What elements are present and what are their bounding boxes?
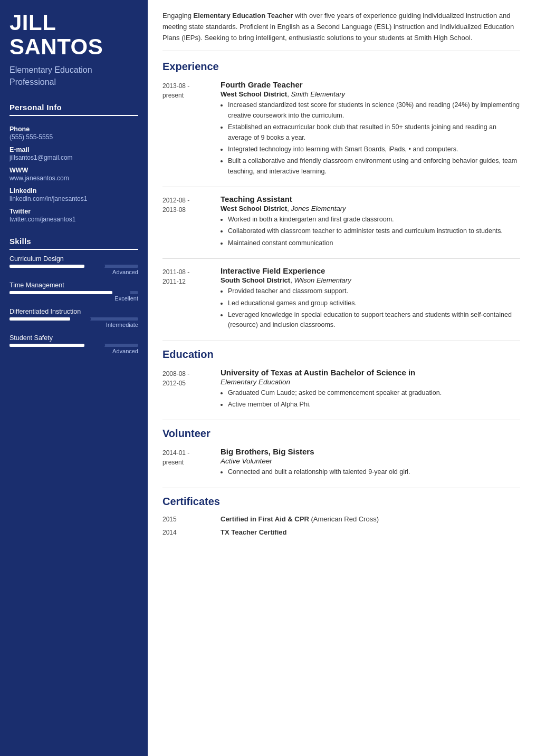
- skill-bar: [9, 317, 138, 321]
- twitter-value: twitter.com/janesantos1: [9, 216, 138, 223]
- skill-item: Student Safety Advanced: [9, 334, 138, 354]
- skill-bar: [9, 344, 138, 347]
- bullet-item: Provided teacher and classroom support.: [228, 286, 520, 296]
- entry-bullets: Worked in both a kindergarten and first …: [221, 215, 520, 248]
- personal-info-title: Personal Info: [9, 100, 138, 116]
- summary-text: Engaging Elementary Education Teacher wi…: [162, 11, 520, 51]
- bullet-item: Connected and built a relationship with …: [228, 467, 520, 477]
- candidate-name: JILL SANTOS: [9, 11, 138, 59]
- linkedin-section: LinkedIn linkedin.com/in/janesantos1: [9, 183, 138, 203]
- entry-bullets: Graduated Cum Laude; asked be commenceme…: [221, 388, 520, 410]
- skill-level: Advanced: [9, 269, 138, 275]
- entry-content: Big Brothers, Big Sisters Active Volunte…: [221, 447, 520, 479]
- entry-title: University of Texas at Austin Bachelor o…: [221, 368, 520, 377]
- certificates-section-title: Certificates: [162, 496, 520, 508]
- skill-bar: [9, 291, 138, 294]
- bullet-item: Graduated Cum Laude; asked be commenceme…: [228, 388, 520, 398]
- entry-content: University of Texas at Austin Bachelor o…: [221, 368, 520, 412]
- resume-container: JILL SANTOS Elementary Education Profess…: [0, 0, 536, 756]
- phone-section: Phone (555) 555-5555: [9, 121, 138, 142]
- experience-section-title: Experience: [162, 61, 520, 73]
- entry-bullets: Provided teacher and classroom support. …: [221, 286, 520, 331]
- cert-year: 2014: [162, 528, 221, 536]
- bullet-item: Maintained constant communication: [228, 238, 520, 248]
- certificate-entry: 2014 TX Teacher Certified: [162, 528, 520, 536]
- entry-date: 2013-08 -present: [162, 80, 221, 178]
- www-label: WWW: [9, 167, 138, 174]
- bullet-item: Worked in both a kindergarten and first …: [228, 215, 520, 225]
- skill-item: Time Management Excellent: [9, 282, 138, 302]
- cert-desc: TX Teacher Certified: [221, 528, 520, 536]
- phone-value: (555) 555-5555: [9, 133, 138, 141]
- cert-desc: Certified in First Aid & CPR (American R…: [221, 515, 520, 523]
- cert-year: 2015: [162, 515, 221, 523]
- entry-date: 2012-08 -2013-08: [162, 195, 221, 250]
- sidebar: JILL SANTOS Elementary Education Profess…: [0, 0, 148, 756]
- bullet-item: Established an extracurricular book club…: [228, 122, 520, 143]
- email-value: jillsantos1@gmail.com: [9, 154, 138, 161]
- bullet-item: Built a collaborative and friendly class…: [228, 156, 520, 177]
- phone-label: Phone: [9, 125, 138, 133]
- entry-bullets: Connected and built a relationship with …: [221, 467, 520, 477]
- bullet-item: Integrated technology into learning with…: [228, 144, 520, 154]
- email-label: E-mail: [9, 146, 138, 153]
- twitter-label: Twitter: [9, 208, 138, 215]
- entry-title: Interactive Field Experience: [221, 266, 520, 275]
- education-section-title: Education: [162, 348, 520, 361]
- skill-name: Differentiated Instruction: [9, 308, 138, 315]
- skill-name: Time Management: [9, 282, 138, 289]
- skill-name: Student Safety: [9, 334, 138, 342]
- entry-content: Fourth Grade Teacher West School Distric…: [221, 80, 520, 178]
- linkedin-label: LinkedIn: [9, 187, 138, 195]
- linkedin-value: linkedin.com/in/janesantos1: [9, 195, 138, 202]
- volunteer-entry: 2014-01 -present Big Brothers, Big Siste…: [162, 447, 520, 479]
- bullet-item: Active member of Alpha Phi.: [228, 400, 520, 410]
- entry-content: Interactive Field Experience South Schoo…: [221, 266, 520, 332]
- entry-org: South School District, Wilson Elementary: [221, 276, 520, 284]
- skill-level: Excellent: [9, 295, 138, 302]
- certificate-entry: 2015 Certified in First Aid & CPR (Ameri…: [162, 515, 520, 523]
- entry-org: West School District, Jones Elementary: [221, 205, 520, 212]
- entry-date: 2008-08 -2012-05: [162, 368, 221, 412]
- entry-title: Fourth Grade Teacher: [221, 80, 520, 89]
- bullet-item: Collaborated with classroom teacher to a…: [228, 226, 520, 236]
- experience-entry: 2013-08 -present Fourth Grade Teacher We…: [162, 80, 520, 178]
- twitter-section: Twitter twitter.com/janesantos1: [9, 203, 138, 224]
- experience-entry: 2011-08 -2011-12 Interactive Field Exper…: [162, 266, 520, 332]
- skill-level: Advanced: [9, 348, 138, 354]
- skill-bar: [9, 265, 138, 268]
- entry-org: West School District, Smith Elementary: [221, 90, 520, 98]
- entry-content: Teaching Assistant West School District,…: [221, 195, 520, 250]
- experience-entry: 2012-08 -2013-08 Teaching Assistant West…: [162, 195, 520, 250]
- main-content: Engaging Elementary Education Teacher wi…: [148, 0, 536, 756]
- entry-date: 2014-01 -present: [162, 447, 221, 479]
- volunteer-section-title: Volunteer: [162, 428, 520, 440]
- volunteer-subtitle: Active Volunteer: [221, 457, 520, 465]
- skill-item: Differentiated Instruction Intermediate: [9, 308, 138, 328]
- education-entry: 2008-08 -2012-05 University of Texas at …: [162, 368, 520, 412]
- www-value: www.janesantos.com: [9, 175, 138, 182]
- entry-title: Big Brothers, Big Sisters: [221, 447, 520, 456]
- bullet-item: Led educational games and group activiti…: [228, 298, 520, 308]
- candidate-subtitle: Elementary Education Professional: [9, 64, 138, 88]
- entry-bullets: Increased standardized test score for st…: [221, 100, 520, 177]
- bullet-item: Increased standardized test score for st…: [228, 100, 520, 121]
- skills-section: Skills Curriculum Design Advanced Time M…: [9, 234, 138, 361]
- skill-level: Intermediate: [9, 322, 138, 328]
- skill-item: Curriculum Design Advanced: [9, 255, 138, 275]
- www-section: WWW www.janesantos.com: [9, 162, 138, 183]
- skills-title: Skills: [9, 234, 138, 250]
- bullet-item: Leveraged knowledge in special education…: [228, 310, 520, 331]
- skill-name: Curriculum Design: [9, 255, 138, 263]
- email-section: E-mail jillsantos1@gmail.com: [9, 142, 138, 162]
- edu-subtitle: Elementary Education: [221, 378, 520, 386]
- entry-date: 2011-08 -2011-12: [162, 266, 221, 332]
- entry-title: Teaching Assistant: [221, 195, 520, 203]
